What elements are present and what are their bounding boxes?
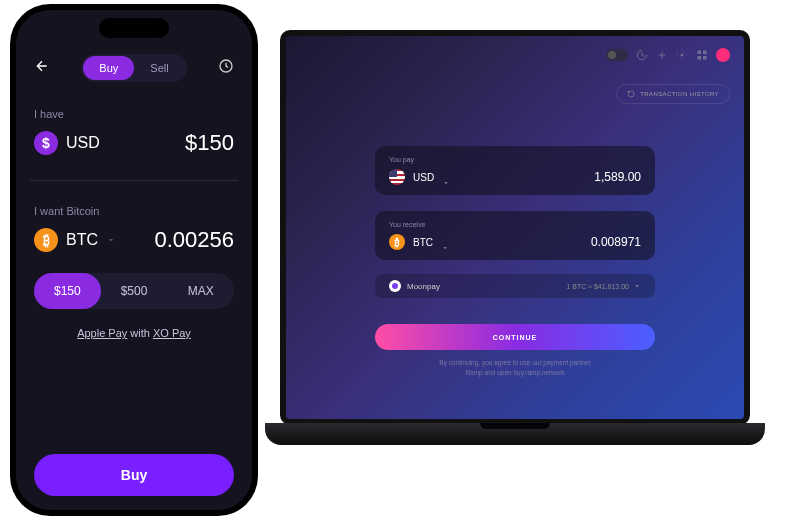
- pay-currency-selector[interactable]: USD: [389, 169, 450, 185]
- svg-point-0: [681, 54, 684, 57]
- svg-rect-4: [703, 56, 707, 60]
- provider-rate: 1 BTC ≈ $41,813.00: [566, 283, 629, 290]
- you-pay-label: You pay: [389, 156, 641, 163]
- btc-icon: ₿: [34, 228, 58, 252]
- add-icon[interactable]: [656, 49, 668, 61]
- desktop-topbar: [606, 48, 730, 62]
- transaction-history-label: TRANSACTION HISTORY: [640, 91, 719, 97]
- receive-currency: BTC: [413, 237, 433, 248]
- provider-row[interactable]: Moonpay 1 BTC ≈ $41,813.00: [375, 274, 655, 298]
- desktop-app: TRANSACTION HISTORY You pay USD 1,589.00…: [280, 30, 750, 425]
- want-amount: 0.00256: [154, 227, 234, 253]
- preset-500[interactable]: $500: [101, 273, 168, 309]
- want-currency: BTC: [66, 231, 98, 249]
- usd-icon: $: [34, 131, 58, 155]
- want-currency-selector[interactable]: ₿ BTC: [34, 228, 116, 252]
- mobile-app: Buy Sell I have $ USD $150 I want Bitcoi…: [16, 10, 252, 510]
- buy-button[interactable]: Buy: [34, 454, 234, 496]
- have-currency-selector[interactable]: $ USD: [34, 131, 100, 155]
- svg-rect-3: [698, 56, 702, 60]
- buy-button-label: Buy: [121, 467, 147, 483]
- preset-150[interactable]: $150: [34, 273, 101, 309]
- buy-sell-tabs: Buy Sell: [81, 54, 186, 82]
- history-icon[interactable]: [636, 49, 648, 61]
- receive-amount: 0.008971: [591, 235, 641, 249]
- pay-currency: USD: [413, 172, 434, 183]
- continue-label: CONTINUE: [493, 334, 538, 341]
- dynamic-island: [99, 18, 169, 38]
- tab-sell[interactable]: Sell: [134, 56, 184, 80]
- history-button[interactable]: [218, 58, 234, 78]
- receive-currency-selector[interactable]: ₿ BTC: [389, 234, 449, 250]
- theme-toggle[interactable]: [606, 49, 628, 61]
- you-receive-label: You receive: [389, 221, 641, 228]
- i-want-label: I want Bitcoin: [34, 205, 234, 217]
- laptop-mockup: TRANSACTION HISTORY You pay USD 1,589.00…: [265, 30, 765, 470]
- tab-buy[interactable]: Buy: [83, 56, 134, 80]
- svg-rect-2: [703, 51, 707, 55]
- you-pay-card: You pay USD 1,589.00: [375, 146, 655, 195]
- btc-icon: ₿: [389, 234, 405, 250]
- settings-icon[interactable]: [676, 49, 688, 61]
- pay-methods-line: Apple Pay with XO Pay: [34, 327, 234, 339]
- continue-button[interactable]: CONTINUE: [375, 324, 655, 350]
- provider-name: Moonpay: [407, 282, 440, 291]
- user-avatar[interactable]: [716, 48, 730, 62]
- chevron-down-icon: [633, 282, 641, 290]
- moonpay-icon: [389, 280, 401, 292]
- xo-pay-link[interactable]: XO Pay: [153, 327, 191, 339]
- you-receive-card: You receive ₿ BTC 0.008971: [375, 211, 655, 260]
- amount-presets: $150 $500 MAX: [34, 273, 234, 309]
- chevron-down-icon: [441, 238, 449, 246]
- transaction-history-button[interactable]: TRANSACTION HISTORY: [616, 84, 730, 104]
- back-button[interactable]: [34, 58, 50, 78]
- chevron-down-icon: [106, 231, 116, 249]
- have-amount[interactable]: $150: [185, 130, 234, 156]
- apple-pay-link[interactable]: Apple Pay: [77, 327, 127, 339]
- i-want-section: I want Bitcoin ₿ BTC 0.00256: [34, 205, 234, 253]
- pay-amount[interactable]: 1,589.00: [594, 170, 641, 184]
- svg-rect-1: [698, 51, 702, 55]
- preset-max[interactable]: MAX: [167, 273, 234, 309]
- laptop-base: [265, 423, 765, 445]
- phone-mockup: Buy Sell I have $ USD $150 I want Bitcoi…: [10, 4, 258, 516]
- i-have-section: I have $ USD $150: [34, 108, 234, 156]
- us-flag-icon: [389, 169, 405, 185]
- divider: [30, 180, 238, 181]
- have-currency: USD: [66, 134, 100, 152]
- i-have-label: I have: [34, 108, 234, 120]
- disclaimer-text: By continuing, you agree to use our paym…: [385, 358, 645, 378]
- chevron-down-icon: [442, 173, 450, 181]
- grid-icon[interactable]: [696, 49, 708, 61]
